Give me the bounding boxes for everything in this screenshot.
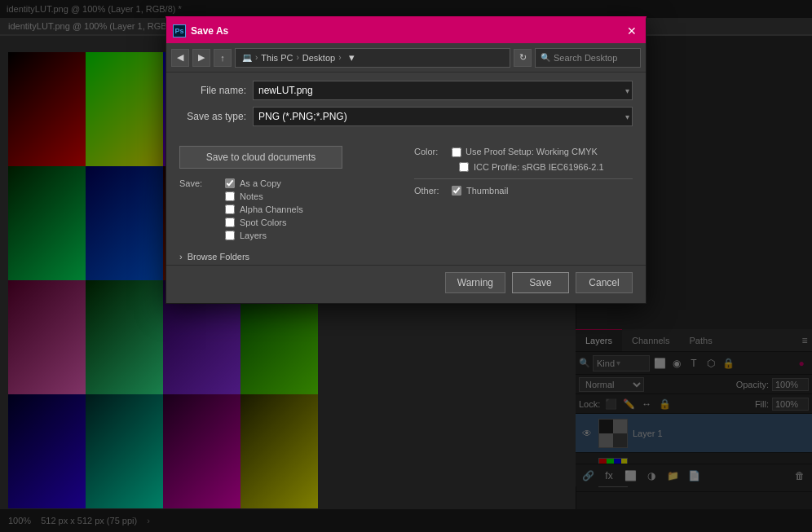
color-label: Color: xyxy=(414,146,447,156)
nav-up-button[interactable]: ↑ xyxy=(214,49,232,67)
alpha-channels-label: Alpha Channels xyxy=(240,204,303,214)
icc-profile-checkbox[interactable] xyxy=(459,162,469,172)
browse-folders-toggle[interactable]: › Browse Folders xyxy=(166,248,646,265)
savetype-select[interactable]: PNG (*.PNG;*.PNG) xyxy=(253,107,633,126)
alpha-channels-checkbox[interactable] xyxy=(225,204,235,214)
nav-back-button[interactable]: ◀ xyxy=(171,49,189,67)
save-label: Save: xyxy=(179,178,220,188)
icc-profile-row: ICC Profile: sRGB IEC61966-2.1 xyxy=(459,162,633,172)
nav-path: 💻 › This PC › Desktop › ▾ xyxy=(235,48,510,68)
nav-path-pc: This PC xyxy=(261,53,293,63)
cancel-button[interactable]: Cancel xyxy=(576,272,633,293)
ps-logo-icon: Ps xyxy=(173,24,186,37)
alpha-option-row: Alpha Channels xyxy=(179,204,398,214)
layers-label: Layers xyxy=(240,231,267,240)
options-left: Save to cloud documents Save: As a Copy … xyxy=(179,146,398,240)
layers-checkbox[interactable] xyxy=(225,231,235,240)
dialog-close-button[interactable]: ✕ xyxy=(624,24,639,38)
nav-forward-button[interactable]: ▶ xyxy=(192,49,210,67)
as-copy-label: As a Copy xyxy=(240,178,281,188)
savetype-label: Save as type: xyxy=(179,111,253,122)
dialog-nav: ◀ ▶ ↑ 💻 › This PC › Desktop › ▾ ↻ xyxy=(166,43,646,73)
filename-label: File name: xyxy=(179,85,253,96)
nav-path-dropdown[interactable]: ▾ xyxy=(345,51,360,65)
save-option-row: Save: As a Copy xyxy=(179,178,398,188)
notes-checkbox[interactable] xyxy=(225,191,235,201)
as-copy-checkbox[interactable] xyxy=(225,178,235,188)
search-icon: 🔍 xyxy=(541,53,550,62)
filename-wrapper: ▾ xyxy=(253,81,633,100)
nav-search[interactable]: 🔍 Search Desktop xyxy=(535,48,641,68)
dialog-title: Ps Save As xyxy=(173,24,228,37)
nav-path-desktop: Desktop xyxy=(302,53,335,63)
save-button[interactable]: Save xyxy=(512,272,569,293)
browse-folders-label: Browse Folders xyxy=(188,252,249,262)
dialog-fields: File name: ▾ Save as type: PNG (*.PNG;*.… xyxy=(166,73,646,141)
thumbnail-label: Thumbnail xyxy=(466,186,508,196)
notes-option-row: Notes xyxy=(179,191,398,201)
savetype-row: Save as type: PNG (*.PNG;*.PNG) ▾ xyxy=(179,107,633,126)
dialog-footer: Warning Save Cancel xyxy=(166,265,646,303)
thumbnail-checkbox[interactable] xyxy=(452,186,461,196)
notes-label: Notes xyxy=(240,191,263,201)
icc-profile-label: ICC Profile: sRGB IEC61966-2.1 xyxy=(474,162,604,172)
chevron-right-icon: › xyxy=(179,252,183,262)
proof-setup-row: Color: Use Proof Setup: Working CMYK xyxy=(414,146,633,157)
savetype-wrapper: PNG (*.PNG;*.PNG) ▾ xyxy=(253,107,633,126)
spot-colors-label: Spot Colors xyxy=(240,218,286,227)
save-to-cloud-button[interactable]: Save to cloud documents xyxy=(179,146,342,169)
proof-setup-checkbox[interactable] xyxy=(452,147,461,157)
layers-option-row: Layers xyxy=(179,231,398,240)
filename-row: File name: ▾ xyxy=(179,81,633,100)
thumbnail-row: Other: Thumbnail xyxy=(414,186,633,196)
spot-option-row: Spot Colors xyxy=(179,218,398,227)
color-options: Color: Use Proof Setup: Working CMYK ICC… xyxy=(414,146,633,196)
save-options: Save: As a Copy Notes Alpha Cha xyxy=(179,178,398,240)
dialog-title-bar: Ps Save As ✕ xyxy=(166,19,646,43)
other-label: Other: xyxy=(414,186,447,196)
dialog-overlay: Ps Save As ✕ ◀ ▶ ↑ 💻 › xyxy=(0,0,812,532)
nav-pc-icon: 💻 xyxy=(242,53,252,62)
nav-refresh-button[interactable]: ↻ xyxy=(514,49,532,67)
search-placeholder: Search Desktop xyxy=(554,53,617,63)
options-divider xyxy=(414,178,633,179)
ps-window: identityLUT.png @ 100% (Layer 1, RGB/8) … xyxy=(0,0,812,532)
options-right: Color: Use Proof Setup: Working CMYK ICC… xyxy=(414,146,633,240)
spot-colors-checkbox[interactable] xyxy=(225,218,235,227)
warning-button[interactable]: Warning xyxy=(445,272,505,293)
dialog-options: Save to cloud documents Save: As a Copy … xyxy=(166,141,646,248)
filename-input[interactable] xyxy=(253,81,633,100)
proof-setup-label: Use Proof Setup: Working CMYK xyxy=(466,146,598,157)
save-as-dialog: Ps Save As ✕ ◀ ▶ ↑ 💻 › xyxy=(165,16,647,304)
